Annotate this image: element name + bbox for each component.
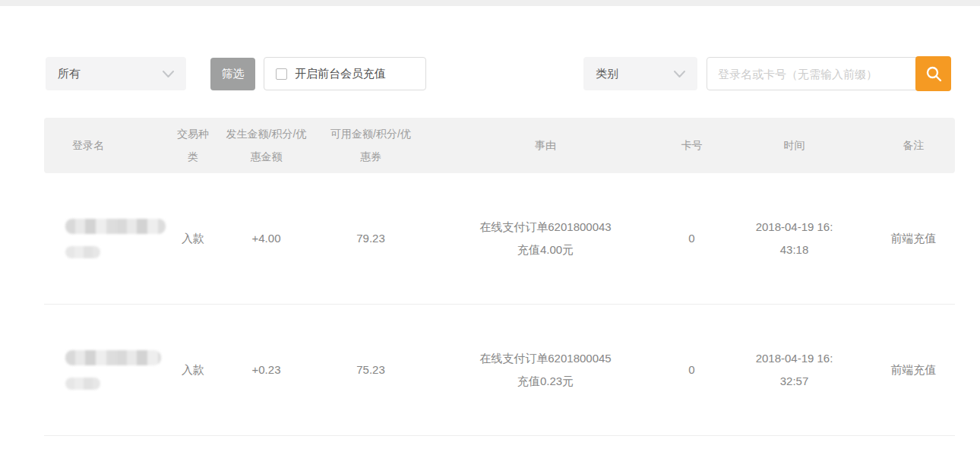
cell-login <box>44 173 171 305</box>
toolbar: 所有 筛选 开启前台会员充值 类别 <box>0 57 980 92</box>
cell-reason: 在线支付订单6201800028 充值1.00元 <box>424 436 667 474</box>
col-login-name: 登录名 <box>44 118 171 173</box>
cell-amount: +4.00 <box>215 173 318 305</box>
records-table: 登录名 交易种 类 发生金额/积分/优 惠金额 可用金额/积分/优 惠券 事由 … <box>44 118 955 474</box>
redacted-login-name <box>65 196 171 281</box>
table-header-row: 登录名 交易种 类 发生金额/积分/优 惠金额 可用金额/积分/优 惠券 事由 … <box>44 118 955 173</box>
col-time: 时间 <box>716 118 872 173</box>
cell-type: 入款 <box>171 305 215 436</box>
top-strip <box>0 0 980 6</box>
redacted-login-name <box>65 459 171 474</box>
front-desk-recharge-checkbox-label: 开启前台会员充值 <box>295 67 386 81</box>
search-button[interactable] <box>915 56 951 91</box>
cell-amount: +0.23 <box>215 305 318 436</box>
scope-select[interactable]: 所有 <box>46 57 186 90</box>
cell-login <box>44 436 171 474</box>
redacted-login-name <box>65 327 171 412</box>
cell-type: 入款 <box>171 436 215 474</box>
col-card-number: 卡号 <box>667 118 716 173</box>
table-row: 入款 +4.00 79.23 在线支付订单6201800043 充值4.00元 … <box>44 173 955 305</box>
category-select[interactable]: 类别 <box>583 57 697 90</box>
records-table-wrapper: 登录名 交易种 类 发生金额/积分/优 惠金额 可用金额/积分/优 惠券 事由 … <box>44 118 955 474</box>
cell-time: 2018-04-19 16: 32:57 <box>716 305 872 436</box>
cell-amount: +1.00 <box>215 436 318 474</box>
cell-card: 0 <box>667 173 716 305</box>
front-desk-recharge-checkbox[interactable] <box>276 68 287 80</box>
search-icon <box>925 65 943 83</box>
cell-login <box>44 305 171 436</box>
cell-available: 13.30 <box>318 436 424 474</box>
cell-card: 0 <box>667 436 716 474</box>
cell-type: 入款 <box>171 173 215 305</box>
chevron-down-icon <box>674 71 685 77</box>
cell-remark: 前端充值 <box>872 173 955 305</box>
cell-remark: 前端充值 <box>872 436 955 474</box>
col-available: 可用金额/积分/优 惠券 <box>318 118 424 173</box>
filter-button[interactable]: 筛选 <box>210 58 255 90</box>
cell-remark: 前端充值 <box>872 305 955 436</box>
search-input[interactable] <box>707 57 917 90</box>
front-desk-recharge-checkbox-group[interactable]: 开启前台会员充值 <box>264 57 426 90</box>
cell-time: 2018-04-19 16: 31:41 <box>716 436 872 474</box>
table-row: 入款 +0.23 75.23 在线支付订单6201800045 充值0.23元 … <box>44 305 955 436</box>
col-reason: 事由 <box>424 118 667 173</box>
cell-available: 79.23 <box>318 173 424 305</box>
cell-card: 0 <box>667 305 716 436</box>
member-recharge-records-page: 所有 筛选 开启前台会员充值 类别 <box>0 0 980 474</box>
cell-reason: 在线支付订单6201800043 充值4.00元 <box>424 173 667 305</box>
table-row: 入款 +1.00 13.30 在线支付订单6201800028 充值1.00元 … <box>44 436 955 474</box>
chevron-down-icon <box>163 71 174 77</box>
scope-select-value: 所有 <box>58 67 81 81</box>
category-select-value: 类别 <box>596 67 618 81</box>
cell-available: 75.23 <box>318 305 424 436</box>
col-type: 交易种 类 <box>171 118 215 173</box>
col-amount: 发生金额/积分/优 惠金额 <box>215 118 318 173</box>
cell-time: 2018-04-19 16: 43:18 <box>716 173 872 305</box>
col-remark: 备注 <box>872 118 955 173</box>
cell-reason: 在线支付订单6201800045 充值0.23元 <box>424 305 667 436</box>
